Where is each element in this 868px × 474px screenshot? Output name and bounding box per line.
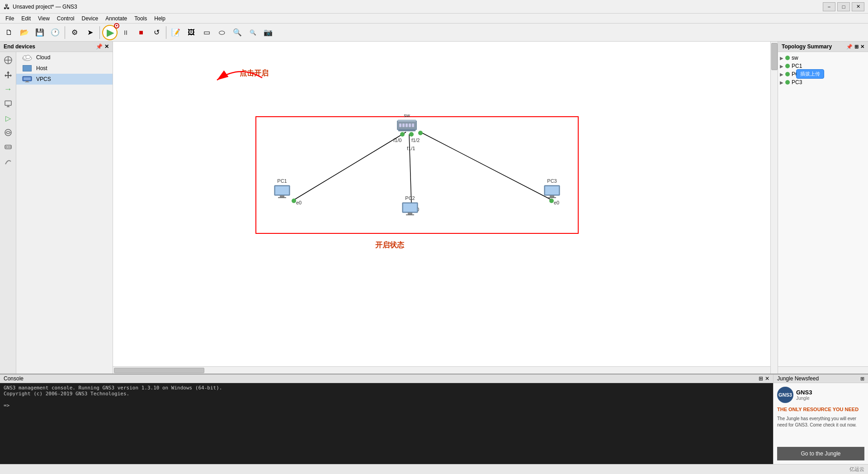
svg-rect-52	[545, 186, 559, 194]
topology-header-icons: 📌 ⊞ ✕	[846, 44, 864, 50]
console-close-icon[interactable]: ✕	[765, 375, 769, 382]
console-content[interactable]: GNS3 management console. Running GNS3 ve…	[0, 383, 773, 464]
svg-rect-44	[275, 186, 289, 194]
pause-button[interactable]: ⏸	[118, 25, 133, 40]
pc2-status-dot	[785, 72, 790, 76]
canvas-area[interactable]: 点击开启 f1/0 f1/2 f1/1 e0 e0 e0	[113, 42, 778, 374]
menu-tools[interactable]: Tools	[131, 14, 151, 23]
svg-text:f1/2: f1/2	[411, 137, 420, 143]
bottom-panel: Console ⊞ ✕ GNS3 management console. Run…	[0, 374, 868, 464]
toolbar-separator-2	[99, 26, 100, 39]
menu-annotate[interactable]: Annotate	[102, 14, 131, 23]
svg-rect-37	[398, 130, 415, 131]
selection-tool[interactable]	[2, 54, 14, 66]
reload-button[interactable]: ↺	[149, 25, 164, 40]
open-button[interactable]: 📂	[17, 25, 32, 40]
move-tool[interactable]	[2, 68, 14, 81]
menu-control[interactable]: Control	[53, 14, 78, 23]
menu-file[interactable]: File	[2, 14, 18, 23]
pc1-status-dot	[785, 64, 790, 68]
pc1-label: PC1	[277, 178, 287, 184]
svg-rect-41	[409, 123, 411, 127]
scrollbar-thumb[interactable]	[771, 43, 778, 70]
pc1-node-label: PC1	[792, 63, 802, 69]
statusbar-text: 亿运云	[849, 466, 864, 473]
jungle-header-icons: ⊞	[860, 376, 864, 382]
cloud-icon	[22, 54, 33, 61]
topology-scrollbar[interactable]	[778, 366, 868, 374]
console-expand-icon[interactable]: ⊞	[759, 375, 763, 382]
cable-tool[interactable]	[2, 155, 14, 168]
snapshot-button[interactable]: 🕐	[48, 25, 62, 40]
switch-node-sw[interactable]: sw	[397, 112, 417, 132]
sidebar-close-button[interactable]: ✕	[104, 43, 109, 50]
device-name-cloud: Cloud	[36, 54, 50, 61]
jungle-heading: THE ONLY RESOURCE YOU NEED	[777, 407, 864, 412]
goto-jungle-button[interactable]: Go to the Jungle	[777, 447, 864, 460]
arrow-button[interactable]: ➤	[83, 25, 97, 40]
router-tool[interactable]	[2, 126, 14, 139]
topology-pin-icon[interactable]: 📌	[846, 44, 853, 50]
device-item-cloud[interactable]: Cloud	[16, 52, 113, 63]
switch-tool[interactable]	[2, 141, 14, 153]
console-tool[interactable]: ▷	[2, 112, 14, 124]
svg-rect-4	[5, 101, 11, 105]
preferences-button[interactable]: ⚙	[67, 25, 82, 40]
menu-view[interactable]: View	[34, 14, 53, 23]
svg-rect-40	[406, 123, 408, 127]
add-image-button[interactable]: 🖼	[184, 25, 198, 40]
svg-rect-38	[399, 123, 401, 127]
menu-edit[interactable]: Edit	[18, 14, 34, 23]
sidebar-header: End devices 📌 ✕	[0, 42, 113, 52]
device-item-vpcs[interactable]: VPCS	[16, 74, 113, 85]
menu-device[interactable]: Device	[78, 14, 102, 23]
zoom-out-button[interactable]: 🔍	[245, 25, 260, 40]
topology-node-pc2[interactable]: ▶ PC2 插拔上传	[778, 70, 868, 78]
jungle-panel: Jungle Newsfeed ⊞ GNS3 GNS3 Jungle THE O…	[773, 374, 868, 464]
svg-rect-36	[398, 120, 416, 122]
pc1-node[interactable]: PC1	[274, 177, 291, 199]
jungle-logo-info: GNS3 Jungle	[796, 389, 812, 401]
topology-close-icon[interactable]: ✕	[860, 44, 864, 50]
jungle-header: Jungle Newsfeed ⊞	[774, 374, 868, 383]
sidebar-content: → ▷	[0, 52, 113, 374]
jungle-brand-sub: Jungle	[796, 396, 812, 401]
svg-text:e0: e0	[554, 200, 559, 205]
maximize-button[interactable]: □	[837, 2, 850, 11]
jungle-expand-icon[interactable]: ⊞	[860, 376, 864, 382]
svg-point-14	[26, 55, 30, 59]
start-button[interactable]: ▶ ●	[102, 25, 118, 40]
pc3-status-dot	[785, 80, 790, 85]
save-button[interactable]: 💾	[33, 25, 47, 40]
menu-help[interactable]: Help	[151, 14, 169, 23]
close-button[interactable]: ✕	[852, 2, 864, 11]
sidebar-pin-button[interactable]: 📌	[96, 43, 103, 50]
h-scrollbar-thumb[interactable]	[114, 368, 204, 373]
zoom-in-button[interactable]: 🔍	[230, 25, 245, 40]
add-rect-button[interactable]: ▭	[199, 25, 214, 40]
minimize-button[interactable]: −	[823, 2, 835, 11]
canvas-scrollbar[interactable]	[770, 42, 778, 374]
svg-rect-46	[278, 197, 286, 198]
app-icon: 🖧	[4, 3, 10, 10]
monitor-tool[interactable]	[2, 97, 14, 110]
add-ellipse-button[interactable]: ⬭	[215, 25, 229, 40]
topology-expand-icon[interactable]: ⊞	[854, 44, 859, 50]
topology-node-sw[interactable]: ▶ sw	[778, 54, 868, 62]
add-note-button[interactable]: 📝	[169, 25, 183, 40]
svg-marker-3	[5, 71, 12, 78]
jungle-description: The Jungle has everything you will ever …	[777, 416, 864, 428]
pc3-node[interactable]: PC3	[543, 177, 561, 199]
topology-node-pc3[interactable]: ▶ PC3	[778, 78, 868, 86]
screenshot-button[interactable]: 📷	[261, 25, 275, 40]
click-annotation: 点击开启	[240, 69, 269, 78]
horizontal-scrollbar[interactable]	[113, 366, 770, 374]
stop-button[interactable]: ■	[134, 25, 148, 40]
pc2-node[interactable]: PC2	[401, 194, 419, 216]
svg-line-22	[420, 132, 552, 200]
console-panel: Console ⊞ ✕ GNS3 management console. Run…	[0, 374, 773, 464]
new-project-button[interactable]: 🗋	[2, 25, 16, 40]
link-tool[interactable]: →	[2, 83, 14, 95]
console-line-3	[4, 397, 769, 403]
device-item-host[interactable]: Host	[16, 63, 113, 74]
